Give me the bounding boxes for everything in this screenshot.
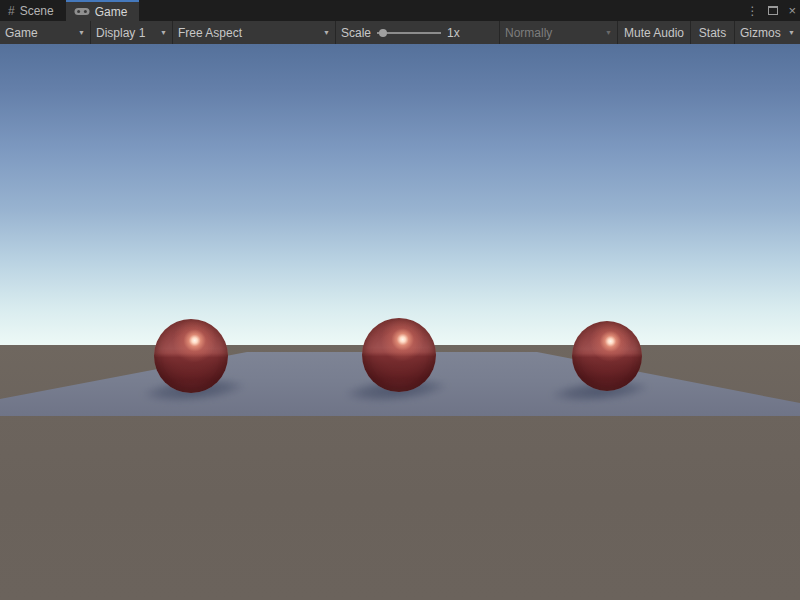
game-view-toolbar: Game ▼ Display 1 ▼ Free Aspect ▼ Scale 1…	[0, 21, 800, 44]
close-icon[interactable]: ×	[788, 4, 796, 17]
gamepad-icon	[74, 6, 90, 18]
play-mode-dropdown[interactable]: Normally ▼	[500, 21, 618, 44]
aspect-ratio-dropdown[interactable]: Free Aspect ▼	[173, 21, 336, 44]
tab-scene-label: Scene	[20, 4, 54, 18]
sky-gradient	[0, 44, 800, 345]
unity-game-window: # Scene Game ⋮ × Game ▼ Display 1 ▼ Free…	[0, 0, 800, 600]
window-controls: ⋮ ×	[746, 0, 796, 21]
slider-knob[interactable]	[379, 29, 387, 37]
scale-value: 1x	[447, 26, 460, 40]
aspect-label: Free Aspect	[178, 26, 242, 40]
play-mode-label: Normally	[505, 26, 552, 40]
maximize-icon[interactable]	[768, 6, 778, 15]
chevron-down-icon: ▼	[599, 29, 612, 36]
game-popup-dropdown[interactable]: Game ▼	[0, 21, 91, 44]
menu-kebab-icon[interactable]: ⋮	[746, 4, 758, 18]
tab-game-label: Game	[95, 5, 128, 19]
red-sphere	[154, 319, 228, 393]
tab-game[interactable]: Game	[66, 0, 140, 21]
stats-label: Stats	[699, 26, 726, 40]
mute-audio-label: Mute Audio	[624, 26, 684, 40]
display-dropdown[interactable]: Display 1 ▼	[91, 21, 173, 44]
chevron-down-icon: ▼	[782, 29, 795, 36]
game-popup-label: Game	[5, 26, 38, 40]
red-sphere	[572, 321, 642, 391]
game-viewport[interactable]	[0, 44, 800, 600]
grid-icon: #	[8, 5, 15, 17]
scale-control: Scale 1x	[336, 21, 500, 44]
chevron-down-icon: ▼	[317, 29, 330, 36]
gizmos-label: Gizmos	[740, 26, 781, 40]
tab-bar: # Scene Game ⋮ ×	[0, 0, 800, 21]
tab-scene[interactable]: # Scene	[0, 0, 66, 21]
scale-label: Scale	[341, 26, 371, 40]
mute-audio-button[interactable]: Mute Audio	[618, 21, 691, 44]
chevron-down-icon: ▼	[72, 29, 85, 36]
gizmos-dropdown[interactable]: Gizmos ▼	[735, 21, 800, 44]
scale-slider[interactable]	[377, 28, 441, 38]
stats-button[interactable]: Stats	[691, 21, 735, 44]
display-label: Display 1	[96, 26, 145, 40]
red-sphere	[362, 318, 436, 392]
chevron-down-icon: ▼	[154, 29, 167, 36]
